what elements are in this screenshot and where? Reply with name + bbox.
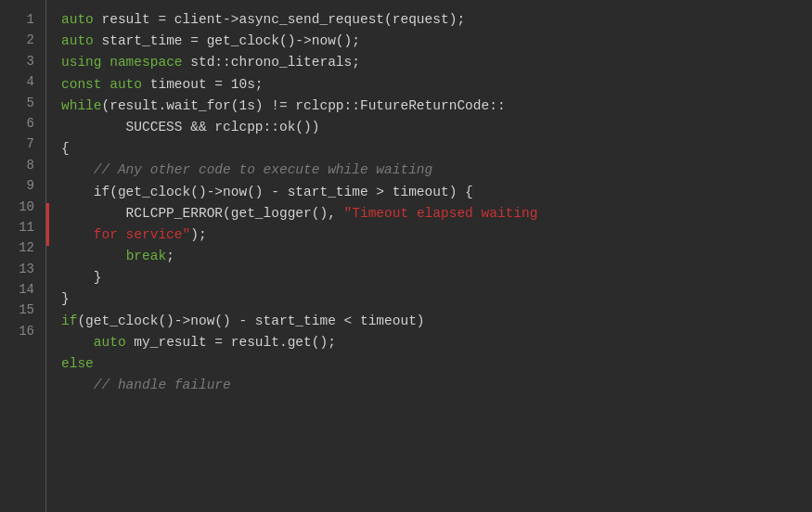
code-line: RCLCPP_ERROR(get_logger(), "Timeout elap… <box>61 203 812 224</box>
line-number: 12 <box>0 237 45 258</box>
line-number: 10 <box>0 197 45 217</box>
code-line: const auto timeout = 10s; <box>61 74 812 96</box>
line-numbers: 12345678910111213141516 <box>0 0 46 512</box>
code-line: // handle failure <box>61 375 812 396</box>
line-number: 9 <box>0 175 45 196</box>
code-line: auto result = client->async_send_request… <box>61 9 812 31</box>
code-line: else <box>61 353 812 375</box>
line-number: 1 <box>0 9 45 30</box>
code-line: if(get_clock()->now() - start_time > tim… <box>61 182 812 203</box>
line-number: 16 <box>0 321 45 341</box>
line-number: 11 <box>0 217 45 237</box>
line-number: 5 <box>0 93 45 113</box>
line-number: 14 <box>0 279 45 300</box>
code-line: } <box>61 267 812 288</box>
line-number: 6 <box>0 113 45 134</box>
line-number: 13 <box>0 259 45 279</box>
code-line: // Any other code to execute while waiti… <box>61 160 812 181</box>
code-line: } <box>61 288 812 310</box>
line-number: 15 <box>0 300 45 320</box>
line-number: 7 <box>0 134 45 154</box>
code-line: { <box>61 138 812 160</box>
code-line: while(result.wait_for(1s) != rclcpp::Fut… <box>61 96 812 117</box>
line-number: 8 <box>0 155 45 175</box>
code-editor: 12345678910111213141516 auto result = cl… <box>0 0 812 512</box>
code-content: auto result = client->async_send_request… <box>46 0 812 512</box>
code-line: break; <box>61 246 812 267</box>
line-number: 3 <box>0 51 45 71</box>
code-line: using namespace std::chrono_literals; <box>61 52 812 73</box>
code-line: for service"); <box>61 224 812 246</box>
line-number: 2 <box>0 30 45 50</box>
code-line: if(get_clock()->now() - start_time < tim… <box>61 311 812 332</box>
line-number: 4 <box>0 71 45 92</box>
code-line: SUCCESS && rclcpp::ok()) <box>61 117 812 138</box>
code-line: auto my_result = result.get(); <box>61 332 812 353</box>
code-line: auto start_time = get_clock()->now(); <box>61 31 812 52</box>
